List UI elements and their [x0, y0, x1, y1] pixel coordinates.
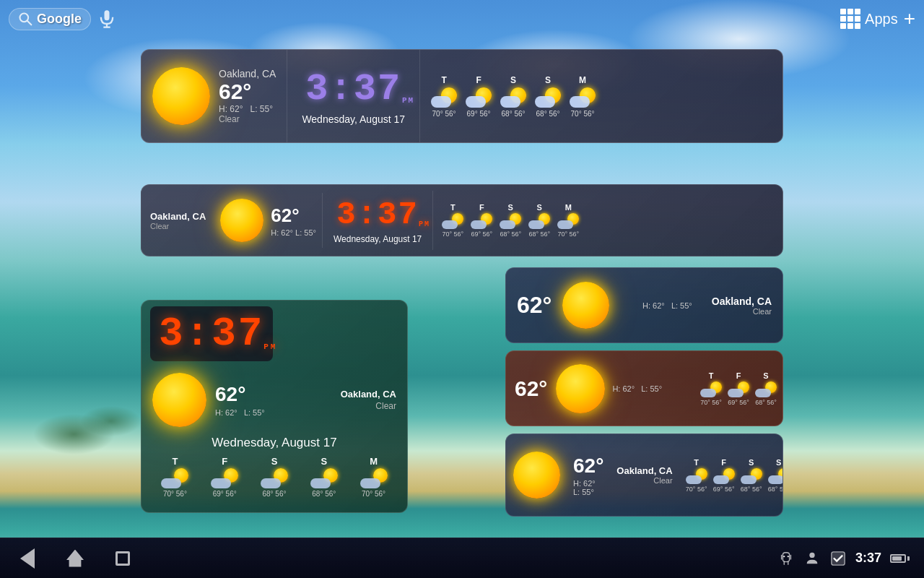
- battery-icon: [890, 554, 910, 563]
- widget3-clock-display: 3:37PM: [159, 311, 264, 357]
- widget3-fc-icon-sun: [310, 468, 338, 488]
- person-icon: [803, 550, 821, 567]
- widget1-weather-left: Oakland, CA 62° H: 62° L: 55° Clear: [141, 50, 287, 142]
- widget2-city: Oakland, CA Clear: [141, 205, 214, 236]
- widget6-forecast: T 70° 56° F 69° 56° S 68° 56° S 68° 56° …: [680, 458, 783, 493]
- widget3-fc-thu: T 70° 56°: [161, 456, 188, 498]
- widget2-date: Wednesday, August 17: [334, 234, 422, 244]
- widget2-clock-display: 3:37PM: [336, 197, 419, 233]
- widget2-temp: 62°: [271, 204, 316, 227]
- temp-high-low: H: 62° L: 55°: [219, 104, 276, 114]
- bottom-navigation-bar: 3:37: [0, 538, 924, 578]
- widget4-temp: 62°: [506, 292, 562, 319]
- widget2-fc-icon-sun: [528, 213, 550, 229]
- bottom-clock-display: 3:37: [855, 551, 881, 566]
- widget2-fc-sun: S 68° 56°: [528, 203, 550, 238]
- forecast-icon-sat: [500, 87, 526, 108]
- widget3-sun-icon: [152, 373, 206, 427]
- widget3-fc-fri: F 69° 56°: [211, 456, 238, 498]
- widget5-fc-thu: T 70° 56°: [700, 371, 722, 406]
- widget2-city-name: Oakland, CA: [150, 211, 206, 222]
- widget6-city: Oakland, CA: [616, 465, 672, 476]
- back-button[interactable]: [14, 545, 40, 571]
- widget1-forecast: T 70° 56° F 69° 56° S 68° 56° S 68°: [420, 50, 783, 142]
- widget2-fc-icon-mon: [557, 213, 579, 229]
- widget2-condition: Clear: [150, 222, 206, 230]
- widget4-city-info: H: 62° L: 55°: [634, 301, 701, 310]
- widget3-city: Oakland, CA: [341, 389, 396, 400]
- svg-point-6: [788, 556, 789, 557]
- widget3-temp: 62°: [215, 383, 265, 406]
- checkmark-icon: [829, 550, 847, 567]
- widget3-fc-icon-mon: [360, 468, 388, 488]
- widget6-city-block: Oakland, CA Clear: [609, 465, 679, 485]
- apps-button[interactable]: Apps: [840, 9, 898, 29]
- weather-widget-small-top-right: 62° H: 62° L: 55° Oakland, CA Clear: [505, 267, 783, 343]
- back-icon: [20, 548, 35, 569]
- widget1-clock: 3:37PM Wednesday, August 17: [287, 50, 420, 142]
- widget2-clock: 3:37PM Wednesday, August 17: [323, 191, 433, 250]
- status-area: 3:37: [777, 550, 910, 567]
- widget3-forecast: T 70° 56° F 69° 56° S 68° 56° S: [141, 453, 407, 504]
- widget3-fc-sat: S 68° 56°: [261, 456, 288, 498]
- widget6-fc-thu: T 70° 56°: [686, 458, 707, 493]
- top-navigation-bar: Google Apps +: [0, 0, 924, 38]
- widget3-top: 3:37PM: [141, 301, 407, 367]
- microphone-icon[interactable]: [97, 9, 117, 29]
- widget1-city-info: Oakland, CA 62° H: 62° L: 55° Clear: [219, 68, 276, 124]
- widget2-fc-thu: T 70° 56°: [442, 203, 463, 238]
- svg-rect-2: [105, 10, 110, 20]
- widget3-fc-mon: M 70° 56°: [360, 456, 388, 498]
- date-display: Wednesday, August 17: [302, 113, 405, 125]
- add-widget-button[interactable]: +: [904, 7, 915, 30]
- widget5-sun-icon: [556, 364, 605, 413]
- svg-line-1: [27, 21, 32, 25]
- forecast-icon-sun: [535, 87, 561, 108]
- widget2-fc-icon-thu: [442, 213, 463, 229]
- navigation-buttons: [14, 545, 136, 571]
- widget6-fc-fri: F 69° 56°: [713, 458, 735, 493]
- temperature-main: 62°: [219, 79, 276, 104]
- widget4-sun-icon: [562, 282, 609, 329]
- forecast-day-sun: S 68° 56°: [535, 75, 561, 118]
- widget2-ampm: PM: [419, 220, 430, 228]
- recent-icon: [116, 551, 130, 566]
- forecast-icon-fri: [466, 87, 492, 108]
- widget4-condition: Clear: [753, 307, 772, 316]
- svg-point-11: [809, 552, 814, 557]
- weather-widget-medium-middle: Oakland, CA Clear 62° H: 62° L: 55° 3:37…: [141, 184, 783, 256]
- sun-icon-large: [152, 67, 210, 125]
- widget6-temp: 62°: [573, 454, 603, 478]
- forecast-icon-mon: [570, 87, 596, 108]
- widget3-fc-icon-thu: [161, 468, 188, 488]
- google-search-button[interactable]: Google: [9, 8, 91, 30]
- forecast-icon-thu: [431, 87, 457, 108]
- widget2-main: 62° H: 62° L: 55°: [214, 193, 323, 248]
- ampm-label: PM: [402, 96, 414, 105]
- forecast-day-sat: S 68° 56°: [500, 75, 526, 118]
- widget2-fc-mon: M 70° 56°: [557, 203, 579, 238]
- recent-apps-button[interactable]: [110, 545, 136, 571]
- weather-widget-large-bottom-left: 3:37PM 62° H: 62° L: 55° Oakland, CA Cle…: [141, 300, 408, 513]
- search-icon: [18, 12, 32, 26]
- widget2-forecast: T 70° 56° F 69° 56° S 68° 56° S 68° 56° …: [433, 197, 783, 243]
- forecast-day-mon: M 70° 56°: [570, 75, 596, 118]
- widget2-fc-sat: S 68° 56°: [500, 203, 521, 238]
- widget3-condition: Clear: [375, 401, 396, 411]
- weather-widget-medium-right: 62° H: 62° L: 55° T 70° 56° F 69° 56° S …: [505, 350, 783, 426]
- widget2-fc-icon-sat: [500, 213, 521, 229]
- widget6-fc-sat: S 68° 56°: [741, 458, 762, 493]
- widget3-fc-icon-fri: [211, 468, 238, 488]
- widget3-ampm: PM: [263, 342, 277, 351]
- widget3-clock-box: 3:37PM: [150, 306, 273, 361]
- svg-point-5: [783, 556, 785, 557]
- widget3-main: 62° H: 62° L: 55° Oakland, CA Clear: [141, 367, 407, 433]
- widget2-sun-icon: [220, 199, 263, 242]
- widget5-temp: 62°: [515, 376, 547, 400]
- home-button[interactable]: [62, 545, 88, 571]
- widget2-fc-icon-fri: [471, 213, 492, 229]
- android-robot-icon: [777, 550, 795, 567]
- weather-widget-bottom-right: 62° H: 62° L: 55° Oakland, CA Clear T 70…: [505, 434, 783, 517]
- widget6-condition: Clear: [616, 476, 672, 485]
- search-area[interactable]: Google: [9, 8, 117, 30]
